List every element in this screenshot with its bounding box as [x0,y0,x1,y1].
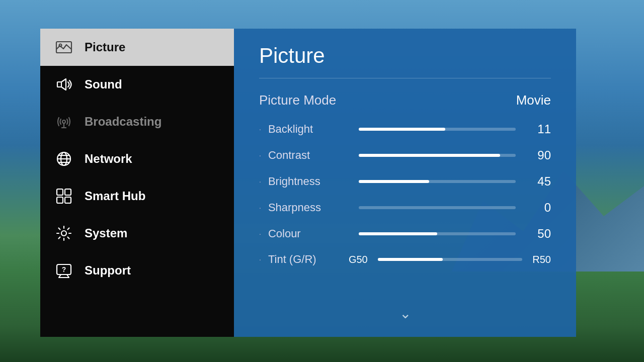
sidebar-item-sound[interactable]: Sound [40,66,234,103]
sidebar-item-broadcasting[interactable]: Broadcasting [40,103,234,140]
panel-title: Picture [259,44,551,68]
slider-sharpness[interactable] [359,206,516,209]
setting-row-tint[interactable]: · Tint (G/R) G50 R50 [259,248,551,271]
svg-point-3 [62,120,65,123]
setting-name-contrast: Contrast [268,149,349,162]
slider-colour[interactable] [359,232,516,235]
setting-row-backlight[interactable]: · Backlight 11 [259,117,551,141]
setting-row-sharpness[interactable]: · Sharpness 0 [259,196,551,220]
slider-backlight[interactable] [359,128,516,131]
setting-name-sharpness: Sharpness [268,201,349,214]
picture-mode-row[interactable]: Picture Mode Movie [259,88,551,117]
sidebar-item-network[interactable]: Network [40,140,234,177]
setting-value-contrast: 90 [526,148,551,162]
bullet-contrast: · [259,151,261,159]
sidebar-label-network: Network [85,152,132,166]
slider-contrast[interactable] [359,154,516,157]
bullet-backlight: · [259,125,261,133]
slider-fill-contrast [359,154,500,157]
tint-right-label: R50 [532,254,551,265]
bullet-tint: · [259,255,261,263]
sidebar-item-support[interactable]: ? Support [40,252,234,289]
chevron-down-icon: ⌄ [399,305,411,322]
smarthub-icon [54,187,73,206]
svg-rect-2 [57,82,61,87]
setting-row-contrast[interactable]: · Contrast 90 [259,143,551,167]
divider [259,78,551,78]
sidebar-label-system: System [85,226,127,240]
svg-text:?: ? [62,265,66,274]
slider-brightness[interactable] [359,180,516,183]
setting-value-sharpness: 0 [526,201,551,215]
slider-fill-backlight [359,128,445,131]
ui-container: Picture Sound [40,29,576,337]
slider-fill-colour [359,232,437,235]
sidebar-label-sound: Sound [85,77,122,92]
network-icon [54,149,73,168]
slider-fill-brightness [359,180,429,183]
setting-value-backlight: 11 [526,122,551,136]
settings-list: · Backlight 11 · Contrast 90 [259,117,551,271]
setting-name-colour: Colour [268,227,349,240]
slider-track-sharpness [359,206,516,209]
setting-name-tint: Tint (G/R) [268,253,349,266]
slider-fill-tint [378,258,443,261]
svg-rect-14 [65,197,71,203]
picture-mode-value: Movie [516,93,551,108]
sidebar-item-smarthub[interactable]: Smart Hub [40,177,234,215]
bullet-brightness: · [259,177,261,186]
sidebar-label-support: Support [85,263,131,278]
sidebar-item-picture[interactable]: Picture [40,29,234,66]
tint-left-label: G50 [349,254,368,265]
support-icon: ? [54,261,73,280]
setting-row-brightness[interactable]: · Brightness 45 [259,169,551,194]
broadcasting-icon [54,112,73,131]
svg-point-1 [59,44,62,47]
sidebar-label-picture: Picture [85,40,125,54]
sidebar-label-broadcasting: Broadcasting [85,115,162,129]
svg-rect-12 [65,189,71,195]
svg-rect-13 [57,197,63,203]
picture-icon [54,38,73,57]
setting-value-brightness: 45 [526,174,551,189]
sidebar-label-smarthub: Smart Hub [85,189,145,203]
content-panel: Picture Picture Mode Movie · Backlight 1… [234,29,576,337]
setting-name-brightness: Brightness [268,175,349,188]
scroll-down-indicator: ⌄ [259,300,551,322]
sidebar: Picture Sound [40,29,234,337]
sound-icon [54,75,73,94]
bullet-sharpness: · [259,204,261,212]
sidebar-item-system[interactable]: System [40,215,234,252]
setting-name-backlight: Backlight [268,123,349,136]
svg-point-15 [61,231,66,236]
system-icon [54,224,73,243]
setting-value-colour: 50 [526,227,551,241]
picture-mode-label: Picture Mode [259,93,336,108]
svg-rect-11 [57,189,63,195]
bullet-colour: · [259,230,261,238]
setting-row-colour[interactable]: · Colour 50 [259,222,551,246]
slider-tint[interactable] [378,258,523,261]
